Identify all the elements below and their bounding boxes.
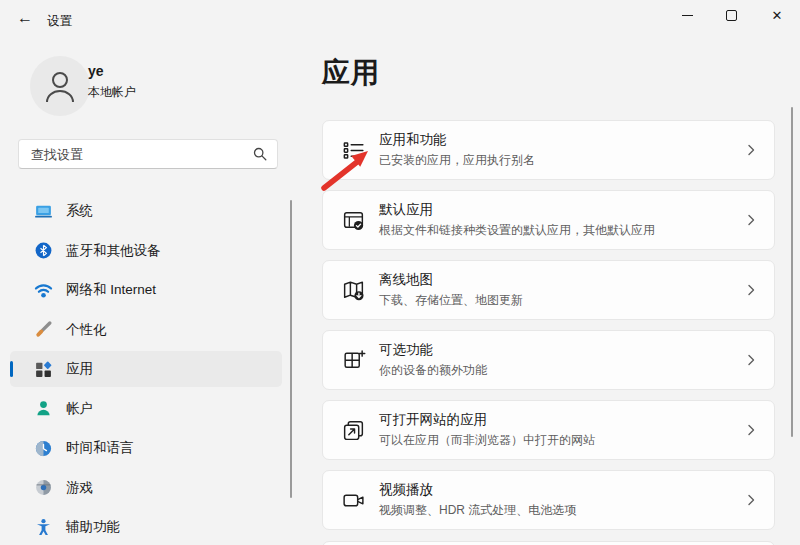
close-icon: ✕ bbox=[772, 9, 783, 22]
system-icon bbox=[34, 202, 53, 221]
sidebar-item-label: 应用 bbox=[66, 360, 93, 378]
sidebar-item-label: 个性化 bbox=[66, 321, 107, 339]
card-optional-features[interactable]: 可选功能 你的设备的额外功能 bbox=[322, 330, 775, 390]
gaming-icon bbox=[34, 478, 53, 497]
bluetooth-icon bbox=[34, 241, 53, 260]
card-video-playback[interactable]: 视频播放 视频调整、HDR 流式处理、电池选项 bbox=[322, 470, 775, 530]
optional-features-icon bbox=[341, 348, 366, 373]
user-account-type: 本地帐户 bbox=[88, 84, 136, 101]
card-default-apps[interactable]: 默认应用 根据文件和链接种类设置的默认应用，其他默认应用 bbox=[322, 190, 775, 250]
apps-icon bbox=[34, 360, 53, 379]
user-name: ye bbox=[88, 63, 104, 79]
minimize-button[interactable] bbox=[664, 0, 710, 30]
card-partial-next[interactable] bbox=[322, 541, 775, 545]
default-apps-icon bbox=[341, 208, 366, 233]
search-icon bbox=[253, 147, 267, 161]
main-scrollbar[interactable] bbox=[791, 107, 793, 437]
apps-features-icon bbox=[341, 138, 366, 163]
offline-maps-icon bbox=[341, 278, 366, 303]
card-subtitle: 可以在应用（而非浏览器）中打开的网站 bbox=[379, 432, 736, 449]
maximize-icon bbox=[726, 10, 737, 21]
avatar[interactable] bbox=[30, 56, 90, 116]
sidebar-item-network[interactable]: 网络和 Internet bbox=[10, 272, 282, 308]
sidebar-item-label: 游戏 bbox=[66, 479, 93, 497]
card-title: 默认应用 bbox=[379, 201, 736, 219]
card-title: 可打开网站的应用 bbox=[379, 411, 736, 429]
card-apps-for-websites[interactable]: 可打开网站的应用 可以在应用（而非浏览器）中打开的网站 bbox=[322, 400, 775, 460]
card-offline-maps[interactable]: 离线地图 下载、存储位置、地图更新 bbox=[322, 260, 775, 320]
card-subtitle: 根据文件和链接种类设置的默认应用，其他默认应用 bbox=[379, 222, 736, 239]
search-input[interactable] bbox=[29, 146, 247, 163]
minimize-icon bbox=[682, 15, 693, 16]
settings-card-list: 应用和功能 已安装的应用，应用执行别名 默认应用 根据文件和链接种类设置的默认应… bbox=[322, 120, 775, 540]
window-title: 设置 bbox=[47, 13, 72, 30]
sidebar-nav: 系统 蓝牙和其他设备 网络和 Internet 个性化 bbox=[10, 193, 282, 545]
card-apps-features[interactable]: 应用和功能 已安装的应用，应用执行别名 bbox=[322, 120, 775, 180]
accessibility-icon bbox=[34, 518, 53, 537]
sidebar-item-accounts[interactable]: 帐户 bbox=[10, 391, 282, 427]
sidebar-item-bluetooth[interactable]: 蓝牙和其他设备 bbox=[10, 233, 282, 269]
sidebar-scrollbar[interactable] bbox=[290, 200, 292, 498]
sidebar-item-apps[interactable]: 应用 bbox=[10, 351, 282, 387]
close-button[interactable]: ✕ bbox=[754, 0, 800, 30]
sidebar-item-label: 蓝牙和其他设备 bbox=[66, 242, 161, 260]
card-title: 应用和功能 bbox=[379, 131, 736, 149]
person-icon bbox=[38, 64, 82, 108]
chevron-right-icon bbox=[744, 213, 758, 227]
chevron-right-icon bbox=[744, 423, 758, 437]
sidebar-item-system[interactable]: 系统 bbox=[10, 193, 282, 229]
card-title: 可选功能 bbox=[379, 341, 736, 359]
time-language-icon bbox=[34, 439, 53, 458]
sidebar-item-label: 网络和 Internet bbox=[66, 281, 156, 299]
sidebar-item-time-language[interactable]: 时间和语言 bbox=[10, 430, 282, 466]
card-subtitle: 视频调整、HDR 流式处理、电池选项 bbox=[379, 502, 736, 519]
sidebar-item-label: 系统 bbox=[66, 202, 93, 220]
page-title: 应用 bbox=[322, 54, 380, 92]
search-box[interactable] bbox=[18, 139, 278, 169]
sidebar-item-label: 时间和语言 bbox=[66, 439, 134, 457]
video-playback-icon bbox=[341, 488, 366, 513]
card-subtitle: 你的设备的额外功能 bbox=[379, 362, 736, 379]
sidebar-item-label: 辅助功能 bbox=[66, 518, 120, 536]
apps-for-websites-icon bbox=[341, 418, 366, 443]
sidebar-item-label: 帐户 bbox=[66, 400, 93, 418]
card-title: 视频播放 bbox=[379, 481, 736, 499]
chevron-right-icon bbox=[744, 143, 758, 157]
sidebar-item-personalization[interactable]: 个性化 bbox=[10, 312, 282, 348]
selected-indicator bbox=[10, 361, 13, 377]
personalization-icon bbox=[34, 320, 53, 339]
chevron-right-icon bbox=[744, 353, 758, 367]
card-title: 离线地图 bbox=[379, 271, 736, 289]
network-icon bbox=[34, 281, 53, 300]
accounts-icon bbox=[34, 399, 53, 418]
chevron-right-icon bbox=[744, 493, 758, 507]
sidebar-item-accessibility[interactable]: 辅助功能 bbox=[10, 509, 282, 545]
chevron-right-icon bbox=[744, 283, 758, 297]
card-subtitle: 下载、存储位置、地图更新 bbox=[379, 292, 736, 309]
maximize-button[interactable] bbox=[708, 0, 754, 30]
card-subtitle: 已安装的应用，应用执行别名 bbox=[379, 152, 736, 169]
sidebar-item-gaming[interactable]: 游戏 bbox=[10, 470, 282, 506]
back-button[interactable]: ← bbox=[8, 3, 42, 33]
